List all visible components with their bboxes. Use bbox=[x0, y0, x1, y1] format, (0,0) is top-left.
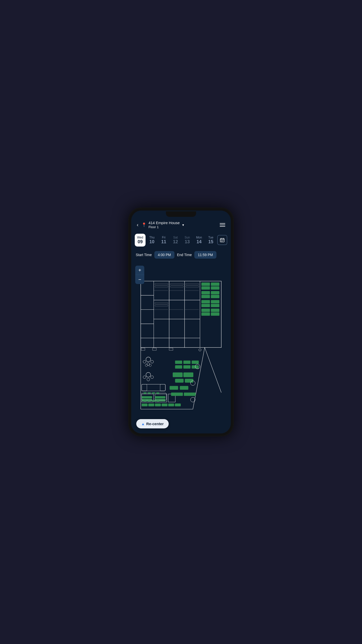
svg-rect-29 bbox=[201, 283, 210, 286]
svg-rect-80 bbox=[168, 404, 174, 406]
svg-rect-41 bbox=[201, 309, 210, 312]
svg-rect-92 bbox=[170, 386, 178, 390]
day-number: 13 bbox=[185, 239, 190, 245]
calendar-button[interactable] bbox=[217, 235, 227, 245]
svg-rect-100 bbox=[156, 392, 159, 394]
svg-rect-34 bbox=[201, 295, 210, 298]
date-item-fri[interactable]: Fri11 bbox=[158, 234, 169, 247]
svg-rect-36 bbox=[211, 295, 219, 298]
svg-rect-7 bbox=[221, 241, 221, 242]
day-number: 09 bbox=[138, 239, 143, 245]
start-time-label: Start Time bbox=[136, 253, 152, 257]
phone-screen: ‹ 📍 414 Empire House Floor 1 ▾ Wed bbox=[131, 211, 231, 433]
menu-line-2 bbox=[220, 225, 225, 225]
svg-rect-5 bbox=[222, 240, 222, 241]
zoom-controls: + − bbox=[135, 266, 144, 284]
svg-rect-44 bbox=[211, 312, 219, 316]
day-number: 14 bbox=[197, 239, 202, 245]
menu-line-3 bbox=[220, 226, 225, 227]
phone-frame: ‹ 📍 414 Empire House Floor 1 ▾ Wed bbox=[128, 208, 234, 436]
date-item-wed[interactable]: Wed09 bbox=[135, 234, 146, 247]
svg-rect-76 bbox=[142, 404, 148, 406]
svg-rect-72 bbox=[142, 396, 152, 398]
recenter-label: Re-center bbox=[146, 422, 164, 426]
svg-rect-97 bbox=[144, 392, 146, 394]
svg-rect-33 bbox=[201, 291, 210, 294]
start-time-button[interactable]: 4:00 PM bbox=[154, 251, 174, 259]
svg-rect-99 bbox=[152, 392, 155, 394]
svg-rect-91 bbox=[185, 379, 193, 383]
svg-rect-83 bbox=[183, 360, 190, 364]
svg-rect-101 bbox=[144, 400, 146, 402]
recenter-icon: ▲ bbox=[141, 422, 145, 426]
date-item-mon[interactable]: Mon14 bbox=[194, 234, 204, 247]
calendar-icon bbox=[220, 237, 225, 243]
svg-rect-78 bbox=[155, 404, 161, 406]
svg-rect-40 bbox=[211, 304, 219, 307]
svg-rect-77 bbox=[148, 404, 154, 406]
svg-rect-94 bbox=[171, 393, 183, 396]
svg-rect-93 bbox=[180, 386, 188, 390]
app-content: ‹ 📍 414 Empire House Floor 1 ▾ Wed bbox=[131, 218, 231, 433]
chevron-down-icon[interactable]: ▾ bbox=[182, 223, 184, 227]
header: ‹ 📍 414 Empire House Floor 1 ▾ bbox=[131, 218, 231, 232]
svg-rect-6 bbox=[223, 240, 223, 241]
svg-rect-4 bbox=[221, 240, 221, 241]
svg-rect-88 bbox=[173, 373, 183, 377]
day-number: 10 bbox=[149, 239, 154, 245]
svg-rect-35 bbox=[211, 291, 219, 294]
location-icon: 📍 bbox=[142, 222, 147, 227]
svg-rect-32 bbox=[211, 286, 219, 290]
header-left: ‹ 📍 414 Empire House Floor 1 ▾ bbox=[136, 221, 184, 229]
svg-rect-98 bbox=[148, 392, 151, 394]
svg-rect-104 bbox=[156, 400, 159, 402]
date-item-tue[interactable]: Tue15 bbox=[205, 234, 216, 247]
notch bbox=[166, 211, 196, 217]
day-name: Thu bbox=[149, 236, 155, 239]
date-picker: Wed09Thu10Fri11Sat12Sun13Mon14Tue15 bbox=[131, 232, 231, 250]
svg-rect-43 bbox=[211, 309, 219, 312]
date-item-sat[interactable]: Sat12 bbox=[170, 234, 181, 247]
svg-rect-82 bbox=[175, 360, 182, 364]
location-line2: Floor 1 bbox=[149, 225, 180, 229]
status-bar bbox=[131, 211, 231, 218]
svg-rect-89 bbox=[183, 373, 193, 377]
svg-rect-39 bbox=[211, 300, 219, 303]
zoom-in-button[interactable]: + bbox=[135, 266, 144, 275]
svg-rect-37 bbox=[201, 300, 210, 303]
svg-rect-74 bbox=[155, 396, 165, 398]
day-number: 12 bbox=[173, 239, 178, 245]
location-text: 414 Empire House Floor 1 bbox=[149, 221, 180, 229]
svg-rect-85 bbox=[175, 365, 182, 369]
date-item-thu[interactable]: Thu10 bbox=[147, 234, 157, 247]
svg-rect-103 bbox=[152, 400, 155, 402]
zoom-out-button[interactable]: − bbox=[135, 275, 144, 284]
svg-rect-79 bbox=[162, 404, 168, 406]
end-time-button[interactable]: 11:59 PM bbox=[194, 251, 216, 259]
day-name: Sat bbox=[173, 236, 178, 239]
svg-rect-102 bbox=[148, 400, 151, 402]
day-number: 11 bbox=[161, 239, 166, 245]
svg-rect-86 bbox=[183, 365, 190, 369]
svg-rect-8 bbox=[222, 241, 222, 242]
date-item-sun[interactable]: Sun13 bbox=[182, 234, 193, 247]
svg-rect-30 bbox=[201, 286, 210, 290]
back-button[interactable]: ‹ bbox=[136, 221, 140, 229]
svg-rect-38 bbox=[201, 304, 210, 307]
day-name: Wed bbox=[137, 236, 143, 239]
svg-rect-31 bbox=[211, 283, 219, 286]
svg-rect-81 bbox=[175, 404, 181, 406]
recenter-button[interactable]: ▲ Re-center bbox=[136, 419, 169, 428]
end-time-label: End Time bbox=[177, 253, 192, 257]
day-number: 15 bbox=[208, 239, 213, 245]
svg-rect-95 bbox=[184, 393, 196, 396]
day-name: Tue bbox=[208, 236, 213, 239]
menu-button[interactable] bbox=[219, 222, 226, 228]
time-row: Start Time 4:00 PM End Time 11:59 PM bbox=[131, 250, 231, 262]
map-container[interactable]: + − ▲ Re-center bbox=[131, 262, 231, 433]
svg-rect-90 bbox=[175, 379, 184, 383]
floor-plan-svg bbox=[131, 262, 231, 433]
location-line1: 414 Empire House bbox=[149, 221, 180, 225]
svg-rect-42 bbox=[201, 312, 210, 316]
day-name: Fri bbox=[162, 236, 165, 239]
